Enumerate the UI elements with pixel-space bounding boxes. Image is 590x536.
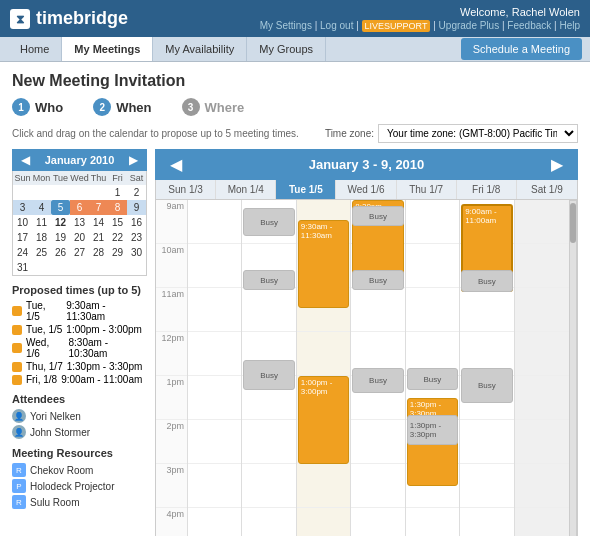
mon-busy-3: Busy — [243, 360, 294, 390]
mini-cal-cell-4[interactable]: 4 — [32, 200, 51, 215]
day-col-fri[interactable]: 9:00am - 11:00am Busy Busy — [460, 200, 514, 536]
mini-cal-cell-14[interactable]: 14 — [89, 215, 108, 230]
mini-cal-cell-29[interactable]: 29 — [108, 245, 127, 260]
left-panel: ◀ January 2010 ▶ Sun Mon Tue Wed Thu Fri… — [12, 149, 147, 536]
resource-1-icon: R — [12, 463, 26, 477]
day-header-fri: Fri — [108, 171, 127, 185]
timezone-select[interactable]: Your time zone: (GMT-8:00) Pacific Time … — [378, 124, 578, 143]
day-header-wed: Wed — [70, 171, 89, 185]
steps-indicator: 1 Who 2 When 3 Where — [12, 98, 578, 116]
feedback-link[interactable]: Feedback — [507, 20, 551, 31]
welcome-text: Welcome, Rachel Wolen — [260, 6, 580, 18]
mini-cal-cell-20[interactable]: 20 — [70, 230, 89, 245]
big-col-fri: Fri 1/8 — [457, 180, 517, 199]
tue-proposed-2[interactable]: 1:00pm - 3:00pm — [298, 376, 349, 464]
nav-my-meetings[interactable]: My Meetings — [62, 37, 153, 61]
logout-link[interactable]: Log out — [320, 20, 353, 31]
step-where: 3 Where — [182, 98, 245, 116]
mini-cal-prev[interactable]: ◀ — [18, 153, 33, 167]
proposed-dot-3 — [12, 343, 22, 353]
mini-cal-cell-28[interactable]: 28 — [89, 245, 108, 260]
day-col-sun[interactable] — [188, 200, 242, 536]
mini-cal-cell-1[interactable]: 1 — [108, 185, 127, 200]
mini-cal-cell-15[interactable]: 15 — [108, 215, 127, 230]
mini-cal-cell-19[interactable]: 19 — [51, 230, 70, 245]
help-link[interactable]: Help — [559, 20, 580, 31]
resource-1-name: Chekov Room — [30, 465, 93, 476]
calendar-layout: ◀ January 2010 ▶ Sun Mon Tue Wed Thu Fri… — [12, 149, 578, 536]
upgrade-link[interactable]: Upgrade Plus — [439, 20, 500, 31]
resource-3-name: Sulu Room — [30, 497, 79, 508]
mini-cal-next[interactable]: ▶ — [126, 153, 141, 167]
mini-cal-cell-8[interactable]: 8 — [108, 200, 127, 215]
mini-cal-cell-12[interactable]: 12 — [51, 215, 70, 230]
proposed-time-1: 9:30am - 11:30am — [66, 300, 147, 322]
step-3-label: Where — [205, 100, 245, 115]
mini-cal-cell-22[interactable]: 22 — [108, 230, 127, 245]
nav-my-groups[interactable]: My Groups — [247, 37, 326, 61]
day-col-wed[interactable]: 8:30am - 10:30am Busy Busy Busy — [351, 200, 405, 536]
mini-cal-cell-3[interactable]: 3 — [13, 200, 32, 215]
attendee-2-name: John Stormer — [30, 427, 90, 438]
my-settings-link[interactable]: My Settings — [260, 20, 312, 31]
big-col-thu: Thu 1/7 — [397, 180, 457, 199]
time-10am: 10am — [156, 244, 187, 288]
wed-busy-1: Busy — [352, 206, 403, 226]
mini-cal-grid: Sun Mon Tue Wed Thu Fri Sat — [12, 171, 147, 276]
mini-cal-cell-27[interactable]: 27 — [70, 245, 89, 260]
header-right: Welcome, Rachel Wolen My Settings | Log … — [260, 6, 580, 31]
mini-cal-cell-11[interactable]: 11 — [32, 215, 51, 230]
calendar-scrollbar[interactable] — [569, 200, 577, 536]
mini-cal-cell-9[interactable]: 9 — [127, 200, 146, 215]
mini-cal-cell-18[interactable]: 18 — [32, 230, 51, 245]
mini-cal-cell-16[interactable]: 16 — [127, 215, 146, 230]
nav-my-availability[interactable]: My Availability — [153, 37, 247, 61]
tue-proposed-1[interactable]: 9:30am - 11:30am — [298, 220, 349, 308]
resource-3-icon: R — [12, 495, 26, 509]
day-col-tue[interactable]: 9:30am - 11:30am 1:00pm - 3:00pm — [297, 200, 351, 536]
proposed-item-5: Fri, 1/8 9:00am - 11:00am — [12, 374, 147, 385]
attendee-1-icon — [12, 409, 26, 423]
schedule-meeting-button[interactable]: Schedule a Meeting — [461, 38, 582, 60]
mini-cal-cell-5[interactable]: 5 — [51, 200, 70, 215]
mini-cal-cell-25[interactable]: 25 — [32, 245, 51, 260]
day-header-thu: Thu — [89, 171, 108, 185]
mini-cal-cell-26[interactable]: 26 — [51, 245, 70, 260]
big-cal-day-headers: Sun 1/3 Mon 1/4 Tue 1/5 Wed 1/6 Thu 1/7 … — [156, 180, 577, 200]
mini-cal-cell-24[interactable]: 24 — [13, 245, 32, 260]
step-2-label: When — [116, 100, 151, 115]
attendee-1-name: Yori Nelken — [30, 411, 81, 422]
day-col-mon[interactable]: Busy Busy Busy — [242, 200, 296, 536]
big-cal-next[interactable]: ▶ — [546, 155, 568, 174]
day-col-thu[interactable]: 1:30pm - 3:30pm Busy 1:30pm - 3:30pm — [406, 200, 460, 536]
proposed-time-2: 1:00pm - 3:00pm — [66, 324, 142, 335]
mini-cal-cell-13[interactable]: 13 — [70, 215, 89, 230]
big-cal-grid: Sun 1/3 Mon 1/4 Tue 1/5 Wed 1/6 Thu 1/7 … — [155, 180, 578, 536]
mini-cal-header: ◀ January 2010 ▶ — [12, 149, 147, 171]
mini-cal-cell-23[interactable]: 23 — [127, 230, 146, 245]
step-2-num: 2 — [93, 98, 111, 116]
day-columns[interactable]: Busy Busy Busy 9:30am - 11:30am — [188, 200, 569, 536]
mini-cal-cell-6[interactable]: 6 — [70, 200, 89, 215]
mini-cal-cells: 1 2 3 4 5 6 7 8 9 10 11 12 13 — [13, 185, 146, 275]
mini-cal-cell-7[interactable]: 7 — [89, 200, 108, 215]
proposed-item-2: Tue, 1/5 1:00pm - 3:00pm — [12, 324, 147, 335]
mini-cal-cell-10[interactable]: 10 — [13, 215, 32, 230]
proposed-day-1: Tue, 1/5 — [26, 300, 62, 322]
mini-cal-cell-30[interactable]: 30 — [127, 245, 146, 260]
nav-home[interactable]: Home — [8, 37, 62, 61]
proposed-item-3: Wed, 1/6 8:30am - 10:30am — [12, 337, 147, 359]
day-col-sat[interactable] — [515, 200, 569, 536]
resource-1: R Chekov Room — [12, 463, 147, 477]
mini-cal-cell-21[interactable]: 21 — [89, 230, 108, 245]
mini-cal-cell-2[interactable]: 2 — [127, 185, 146, 200]
day-header-sun: Sun — [13, 171, 32, 185]
big-cal-prev[interactable]: ◀ — [165, 155, 187, 174]
proposed-time-5: 9:00am - 11:00am — [61, 374, 142, 385]
big-col-sat: Sat 1/9 — [517, 180, 577, 199]
mini-cal-cell-17[interactable]: 17 — [13, 230, 32, 245]
resource-2-icon: P — [12, 479, 26, 493]
mini-cal-cell-31[interactable]: 31 — [13, 260, 32, 275]
big-col-mon: Mon 1/4 — [216, 180, 276, 199]
proposed-dot-5 — [12, 375, 22, 385]
